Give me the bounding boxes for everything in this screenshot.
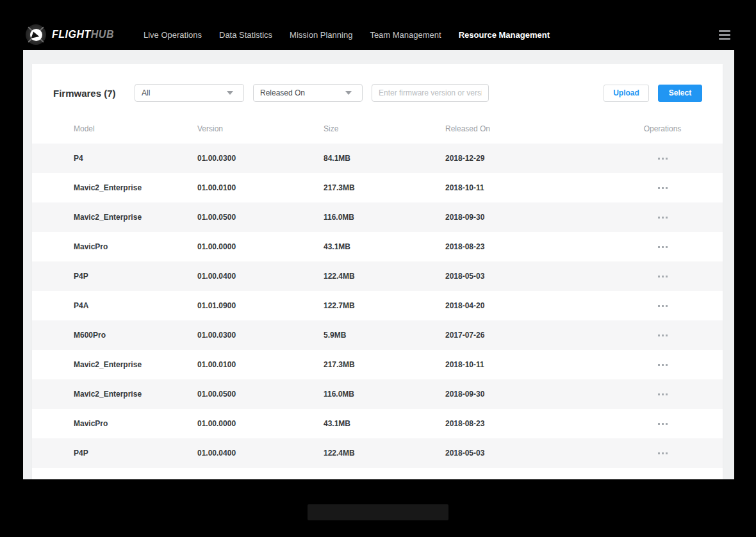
cell-size: 43.1MB <box>324 419 445 428</box>
firmwares-toolbar: Firmwares (7) All Released On Upload Sel… <box>32 64 723 102</box>
table-row[interactable]: M600Pro 01.00.0300 5.9MB 2017-07-26 <box>32 320 723 350</box>
cell-model: P4A <box>74 301 197 310</box>
cell-size: 217.3MB <box>324 183 445 192</box>
brand-wordmark: FLIGHTHUB <box>52 29 114 40</box>
cell-model: MavicPro <box>74 242 197 251</box>
table-row[interactable]: P4 01.00.0300 84.1MB 2018-12-29 <box>32 144 723 173</box>
nav-item-mission-planning[interactable]: Mission Planning <box>290 30 352 40</box>
cell-released-on: 2018-10-11 <box>445 183 634 192</box>
ellipsis-icon[interactable] <box>657 185 669 192</box>
cell-model: MavicPro <box>74 419 197 428</box>
nav-item-resource-management[interactable]: Resource Management <box>459 30 550 40</box>
table-row[interactable]: P4A 01.01.0900 122.7MB 2018-04-20 <box>32 291 723 320</box>
model-filter-value: All <box>142 88 227 97</box>
ellipsis-icon[interactable] <box>657 302 669 310</box>
cell-model: Mavic2_Enterprise <box>74 183 197 192</box>
chevron-down-icon <box>227 91 233 95</box>
flighthub-logo[interactable]: FLIGHTHUB <box>26 24 114 45</box>
cell-size: 5.9MB <box>324 331 445 340</box>
firmwares-card: Firmwares (7) All Released On Upload Sel… <box>32 64 723 479</box>
cell-released-on: 2018-05-03 <box>445 449 634 458</box>
top-navbar: FLIGHTHUB Live Operations Data Statistic… <box>23 19 734 50</box>
firmware-search-input[interactable] <box>372 84 489 102</box>
column-header-operations: Operations <box>634 124 691 133</box>
table-row[interactable]: P4P 01.00.0400 122.4MB 2018-05-03 <box>32 261 723 291</box>
cell-model: P4P <box>74 272 197 281</box>
table-row[interactable]: Mavic2_Enterprise 01.00.0100 217.3MB 201… <box>32 350 723 379</box>
dock-bar <box>308 504 448 520</box>
table-row[interactable]: MavicPro 01.00.0000 43.1MB 2018-08-23 <box>32 409 723 438</box>
cell-model: M600Pro <box>74 331 197 340</box>
table-row[interactable]: Mavic2_Enterprise 01.00.0500 116.0MB 201… <box>32 379 723 409</box>
cell-model: Mavic2_Enterprise <box>74 390 197 399</box>
nav-item-live-operations[interactable]: Live Operations <box>144 30 202 40</box>
cell-released-on: 2018-09-30 <box>445 390 634 399</box>
cell-size: 116.0MB <box>324 390 445 399</box>
cell-version: 01.00.0300 <box>197 331 324 340</box>
upload-button[interactable]: Upload <box>604 85 649 102</box>
cell-released-on: 2017-07-26 <box>445 331 634 340</box>
cell-version: 01.00.0000 <box>197 419 324 428</box>
page-title: Firmwares (7) <box>53 88 135 99</box>
cell-size: 122.4MB <box>324 449 445 458</box>
cell-version: 01.00.0100 <box>197 183 324 192</box>
brand-hub: HUB <box>91 29 114 40</box>
ellipsis-icon[interactable] <box>657 155 669 162</box>
nav-item-team-management[interactable]: Team Management <box>370 30 441 40</box>
chevron-down-icon <box>345 91 352 95</box>
date-filter-dropdown[interactable]: Released On <box>253 84 363 102</box>
cell-size: 122.4MB <box>324 272 445 281</box>
cell-released-on: 2018-10-11 <box>445 360 634 369</box>
cell-version: 01.00.0100 <box>197 360 324 369</box>
table-row[interactable]: MavicPro 01.00.0000 43.1MB 2018-08-23 <box>32 232 723 261</box>
ellipsis-icon[interactable] <box>657 450 669 457</box>
cell-version: 01.00.0300 <box>197 154 324 163</box>
cell-released-on: 2018-04-20 <box>445 301 634 310</box>
cell-released-on: 2018-08-23 <box>445 242 634 251</box>
table-row[interactable]: P4P 01.00.0400 122.4MB 2018-05-03 <box>32 438 723 468</box>
cell-model: P4A <box>74 478 197 479</box>
nav-menu: Live Operations Data Statistics Mission … <box>144 30 550 40</box>
cell-released-on: 2018-12-29 <box>445 154 634 163</box>
cell-size: 43.1MB <box>324 242 445 251</box>
cell-version: 01.00.0400 <box>197 272 324 281</box>
ellipsis-icon[interactable] <box>657 361 669 368</box>
cell-size: 217.3MB <box>324 360 445 369</box>
cell-released-on: 2018-09-30 <box>445 213 634 222</box>
cell-size: 122.7MB <box>324 478 445 479</box>
firmwares-table: Model Version Size Released On Operation… <box>32 114 723 479</box>
table-row[interactable]: Mavic2_Enterprise 01.00.0100 217.3MB 201… <box>32 173 723 202</box>
nav-item-data-statistics[interactable]: Data Statistics <box>219 30 272 40</box>
ellipsis-icon[interactable] <box>657 273 669 280</box>
cell-model: Mavic2_Enterprise <box>74 360 197 369</box>
ellipsis-icon[interactable] <box>657 244 669 251</box>
date-filter-value: Released On <box>260 88 345 97</box>
table-body: P4 01.00.0300 84.1MB 2018-12-29 Mavic2_E… <box>32 144 723 479</box>
ellipsis-icon[interactable] <box>657 420 669 427</box>
cell-version: 01.00.0500 <box>197 390 324 399</box>
cell-size: 122.7MB <box>324 301 445 310</box>
drone-logo-icon <box>26 24 46 45</box>
content-area: Firmwares (7) All Released On Upload Sel… <box>23 50 734 479</box>
cell-model: Mavic2_Enterprise <box>74 213 197 222</box>
table-header-row: Model Version Size Released On Operation… <box>32 114 723 144</box>
cell-version: 01.00.0400 <box>197 449 324 458</box>
ellipsis-icon[interactable] <box>657 332 669 339</box>
cell-model: P4 <box>74 154 197 163</box>
cell-released-on: 2018-08-23 <box>445 419 634 428</box>
ellipsis-icon[interactable] <box>657 479 669 480</box>
brand-flight: FLIGHT <box>52 29 91 40</box>
cell-model: P4P <box>74 449 197 458</box>
table-row[interactable]: Mavic2_Enterprise 01.00.0500 116.0MB 201… <box>32 202 723 232</box>
select-button[interactable]: Select <box>658 85 702 102</box>
column-header-size: Size <box>324 124 445 133</box>
model-filter-dropdown[interactable]: All <box>135 84 244 102</box>
ellipsis-icon[interactable] <box>657 214 669 221</box>
table-row[interactable]: P4A 01.01.0900 122.7MB 2018-04-20 <box>32 468 723 479</box>
app-window: FLIGHTHUB Live Operations Data Statistic… <box>23 19 734 479</box>
cell-size: 84.1MB <box>324 154 445 163</box>
hamburger-menu-icon[interactable] <box>719 28 730 42</box>
ellipsis-icon[interactable] <box>657 391 669 398</box>
cell-released-on: 2018-05-03 <box>445 272 634 281</box>
column-header-version: Version <box>197 124 324 133</box>
